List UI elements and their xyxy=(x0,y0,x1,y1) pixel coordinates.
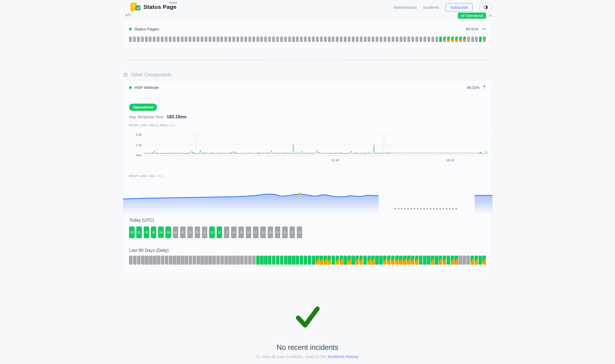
uptime-bar[interactable] xyxy=(439,37,442,42)
day-bar[interactable] xyxy=(328,256,331,265)
day-bar[interactable] xyxy=(149,256,152,265)
day-bar[interactable] xyxy=(355,256,359,265)
uptime-bar[interactable] xyxy=(193,37,195,42)
day-bar[interactable] xyxy=(419,256,422,265)
day-bar[interactable] xyxy=(474,256,478,265)
day-bar[interactable] xyxy=(165,256,168,265)
day-bar[interactable] xyxy=(280,256,283,265)
uptime-bar[interactable] xyxy=(189,37,191,42)
hour-cell[interactable]: 03 xyxy=(151,226,157,238)
uptime-bar[interactable] xyxy=(169,37,172,42)
day-bar[interactable] xyxy=(189,256,192,265)
incidents-history-link[interactable]: incidents history xyxy=(328,354,358,359)
day-bar[interactable] xyxy=(462,256,466,265)
uptime-bar[interactable] xyxy=(479,37,482,42)
day-bar[interactable] xyxy=(212,256,216,265)
day-bar[interactable] xyxy=(343,256,347,265)
uptime-bar[interactable] xyxy=(336,37,338,42)
day-bar[interactable] xyxy=(129,256,133,265)
hour-cell[interactable]: 04 xyxy=(158,226,164,238)
day-bar[interactable] xyxy=(181,256,184,265)
day-bar[interactable] xyxy=(173,256,176,265)
uptime-bar[interactable] xyxy=(209,37,211,42)
day-bar[interactable] xyxy=(443,256,446,265)
hour-cell[interactable]: 01 xyxy=(136,226,142,238)
hour-cell[interactable]: 09 xyxy=(195,226,200,238)
uptime-bar[interactable] xyxy=(157,37,159,42)
overall-status[interactable]: All Operational xyxy=(458,13,492,19)
day-bar[interactable] xyxy=(276,256,279,265)
hour-cell[interactable]: 16 xyxy=(246,226,251,238)
day-bar[interactable] xyxy=(336,256,339,265)
day-bar[interactable] xyxy=(411,256,414,265)
day-bar[interactable] xyxy=(312,256,315,265)
day-bar[interactable] xyxy=(451,256,454,265)
uptime-bar[interactable] xyxy=(220,37,223,42)
uptime-bar[interactable] xyxy=(228,37,231,42)
uptime-bar[interactable] xyxy=(133,37,136,42)
day-bar[interactable] xyxy=(320,256,323,265)
uptime-bar[interactable] xyxy=(356,37,359,42)
hour-cell[interactable]: 19 xyxy=(268,226,273,238)
highlight-dot[interactable] xyxy=(298,193,301,196)
day-bar[interactable] xyxy=(304,256,307,265)
subscribe-button[interactable]: Subscribe xyxy=(445,3,473,11)
uptime-bar[interactable] xyxy=(145,37,148,42)
uptime-bar[interactable] xyxy=(447,37,450,42)
uptime-bar[interactable] xyxy=(252,37,255,42)
response-time-line-chart[interactable]: 2.0s1.0s0ms01:3009:30 xyxy=(129,132,488,164)
day-bar[interactable] xyxy=(482,256,486,265)
uptime-bar[interactable] xyxy=(137,37,140,42)
brand-logo[interactable]: ! Status Page hosted xyxy=(130,2,177,13)
hour-cell[interactable]: 17 xyxy=(253,226,259,238)
nav-maintenance[interactable]: Maintenance xyxy=(394,5,417,10)
uptime-bar[interactable] xyxy=(388,37,390,42)
day-bar[interactable] xyxy=(216,256,220,265)
uptime-bar[interactable] xyxy=(320,37,323,42)
hour-cell[interactable]: 14 xyxy=(231,226,237,238)
day-bar[interactable] xyxy=(145,256,148,265)
day-bar[interactable] xyxy=(423,256,426,265)
day-bar[interactable] xyxy=(228,256,232,265)
uptime-bar[interactable] xyxy=(205,37,207,42)
day-bar[interactable] xyxy=(236,256,240,265)
day-bar[interactable] xyxy=(351,256,355,265)
uptime-bar[interactable] xyxy=(364,37,367,42)
uptime-bar[interactable] xyxy=(141,37,144,42)
day-bar[interactable] xyxy=(371,256,375,265)
hour-cell[interactable]: 18 xyxy=(260,226,266,238)
uptime-bar[interactable] xyxy=(197,37,199,42)
uptime-bar[interactable] xyxy=(292,37,295,42)
day-bar[interactable] xyxy=(292,256,295,265)
day-bar[interactable] xyxy=(379,256,383,265)
day-bar[interactable] xyxy=(391,256,395,265)
day-bar[interactable] xyxy=(185,256,188,265)
day-bar[interactable] xyxy=(324,256,327,265)
day-bar[interactable] xyxy=(407,256,410,265)
day-bar[interactable] xyxy=(395,256,399,265)
day-bar[interactable] xyxy=(260,256,263,265)
uptime-bar[interactable] xyxy=(380,37,382,42)
uptime-bar[interactable] xyxy=(240,37,243,42)
day-bar[interactable] xyxy=(133,256,137,265)
day-bar[interactable] xyxy=(244,256,248,265)
day-bar[interactable] xyxy=(439,256,442,265)
day-bar[interactable] xyxy=(363,256,367,265)
uptime-bar[interactable] xyxy=(284,37,287,42)
uptime-bar[interactable] xyxy=(344,37,347,42)
uptime-bar[interactable] xyxy=(300,37,303,42)
uptime-bar[interactable] xyxy=(443,37,446,42)
uptime-bar[interactable] xyxy=(181,37,184,42)
uptime-bar[interactable] xyxy=(455,37,458,42)
day-bar[interactable] xyxy=(197,256,200,265)
uptime-bar[interactable] xyxy=(173,37,176,42)
day-bar[interactable] xyxy=(200,256,204,265)
uptime-bar[interactable] xyxy=(177,37,180,42)
day-bar[interactable] xyxy=(153,256,156,265)
day-bar[interactable] xyxy=(399,256,402,265)
hour-cell[interactable]: 22 xyxy=(290,226,295,238)
hour-cell[interactable]: 10 xyxy=(202,226,208,238)
uptime-bar[interactable] xyxy=(185,37,187,42)
uptime-bar[interactable] xyxy=(348,37,351,42)
day-bar[interactable] xyxy=(454,256,458,265)
